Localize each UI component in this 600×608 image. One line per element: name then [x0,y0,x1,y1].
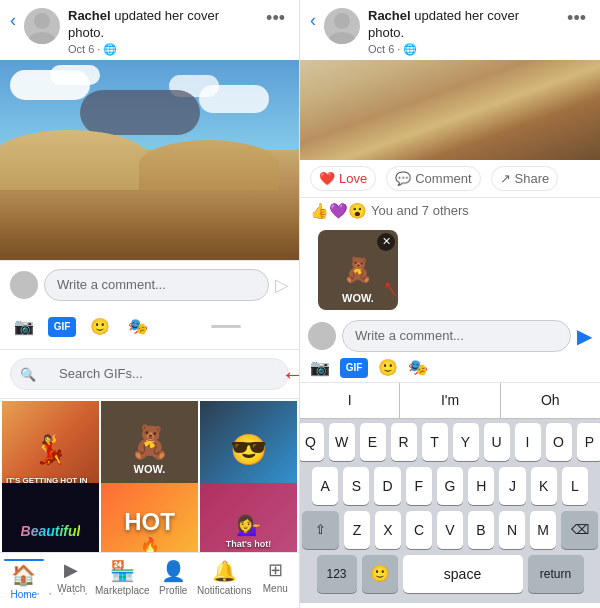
key-backspace[interactable]: ⌫ [561,511,598,549]
gif-item-6[interactable]: 💁‍♀️ That's hot! [200,483,297,552]
key-s[interactable]: S [343,467,369,505]
gif-preview-wow: WOW. [318,292,398,304]
key-l[interactable]: L [562,467,588,505]
comment-label: Comment [415,171,471,186]
beautiful-text: Beautiful [21,523,81,539]
key-p[interactable]: P [577,423,601,461]
key-t[interactable]: T [422,423,448,461]
search-icon: 🔍 [20,366,36,381]
svg-point-3 [328,32,356,44]
cover-photo-left [0,60,299,260]
nav-profile[interactable]: 👤 Profile [150,559,198,600]
emoji-button-left[interactable]: 🙂 [86,313,114,341]
key-row-4: 123 🙂 space return [302,555,598,593]
key-k[interactable]: K [531,467,557,505]
nav-marketplace[interactable]: 🏪 Marketplace [95,559,149,600]
dune2 [139,140,279,190]
gif-close-button[interactable]: ✕ [377,233,395,251]
key-space[interactable]: space [403,555,523,593]
key-b[interactable]: B [468,511,494,549]
comment-area-right: Write a comment... ▶ [300,316,600,356]
comment-button[interactable]: 💬 Comment [386,166,480,191]
key-row-1: Q W E R T Y U I O P [302,423,598,461]
key-m[interactable]: M [530,511,556,549]
emoji-button-right[interactable]: 🙂 [378,358,398,377]
bear-preview-icon: 🧸 [343,256,373,284]
left-panel: ‹ Rachel updated her cover photo. Oct 6 … [0,0,300,608]
post-info-left: Rachel updated her cover photo. Oct 6 · … [68,8,254,56]
key-w[interactable]: W [329,423,355,461]
love-button[interactable]: ❤️ Love [310,166,376,191]
key-r[interactable]: R [391,423,417,461]
more-button-right[interactable]: ••• [563,8,590,29]
svg-point-1 [28,32,56,44]
gif-preview: 🧸 WOW. ✕ [318,230,398,310]
key-f[interactable]: F [406,467,432,505]
send-button-right[interactable]: ▶ [577,324,592,348]
post-meta-right: Oct 6 · 🌐 [368,43,555,56]
key-x[interactable]: X [375,511,401,549]
back-button-left[interactable]: ‹ [10,10,16,31]
gif-button-right[interactable]: GIF [340,358,368,378]
comment-area-left: Write a comment... ▷ [0,260,299,309]
back-button-right[interactable]: ‹ [310,10,316,31]
send-button-left[interactable]: ▷ [275,274,289,296]
cover-photo-right: ・・・・・・ [300,60,600,160]
notifications-icon: 🔔 [212,559,237,583]
post-header-right: ‹ Rachel updated her cover photo. Oct 6 … [300,0,600,60]
key-y[interactable]: Y [453,423,479,461]
camera-button-left[interactable]: 📷 [10,313,38,341]
gif-grid: 💃 IT'S GETTING HOT IN HERE 🧸 WOW. 😎 Beau… [0,399,299,552]
marketplace-label: Marketplace [95,585,149,596]
key-shift[interactable]: ⇧ [302,511,339,549]
menu-icon: ⊞ [268,559,283,581]
key-i[interactable]: I [515,423,541,461]
home-icon: 🏠 [11,563,36,587]
gif-search-area: 🔍 Search GIFs... ← [0,350,299,399]
profile-icon: 👤 [161,559,186,583]
camera-button-right[interactable]: 📷 [310,358,330,377]
key-a[interactable]: A [312,467,338,505]
nav-notifications[interactable]: 🔔 Notifications [197,559,251,600]
comment-input-left[interactable]: Write a comment... [44,269,269,301]
suggestion-im[interactable]: I'm [400,383,500,418]
key-o[interactable]: O [546,423,572,461]
key-d[interactable]: D [374,467,400,505]
gif-item-5[interactable]: HOT 🔥 [101,483,198,552]
suggestion-oh[interactable]: Oh [501,383,600,418]
more-button-left[interactable]: ••• [262,8,289,29]
key-h[interactable]: H [468,467,494,505]
key-c[interactable]: C [406,511,432,549]
nav-menu[interactable]: ⊞ Menu [251,559,299,600]
gif-icon-1: 💃 [33,433,68,466]
key-row-3: ⇧ Z X C V B N M ⌫ [302,511,598,549]
key-return[interactable]: return [528,555,584,593]
right-panel: ‹ Rachel updated her cover photo. Oct 6 … [300,0,600,608]
comment-input-right[interactable]: Write a comment... [342,320,571,352]
key-j[interactable]: J [499,467,525,505]
gif-button-left[interactable]: GIF [48,317,76,337]
home-underline [4,559,44,561]
key-e[interactable]: E [360,423,386,461]
gif-icon-3: 😎 [230,432,267,467]
sticker-button-left[interactable]: 🎭 [124,313,152,341]
wow-label: WOW. [134,463,166,475]
key-g[interactable]: G [437,467,463,505]
gif-search-input[interactable]: Search GIFs... [10,358,289,390]
key-v[interactable]: V [437,511,463,549]
media-toolbar-left: 📷 GIF 🙂 🎭 [0,309,299,350]
key-q[interactable]: Q [300,423,324,461]
comment-placeholder-left: Write a comment... [57,277,166,292]
key-z[interactable]: Z [344,511,370,549]
key-n[interactable]: N [499,511,525,549]
key-123[interactable]: 123 [317,555,357,593]
sticker-button-right[interactable]: 🎭 [408,358,428,377]
post-header-left: ‹ Rachel updated her cover photo. Oct 6 … [0,0,299,60]
suggestion-i[interactable]: I [300,383,400,418]
gif-item-4[interactable]: Beautiful [2,483,99,552]
share-label: Share [515,171,550,186]
fire-icon: 🔥 [140,536,160,552]
share-button[interactable]: ↗ Share [491,166,559,191]
key-emoji[interactable]: 🙂 [362,555,398,593]
key-u[interactable]: U [484,423,510,461]
